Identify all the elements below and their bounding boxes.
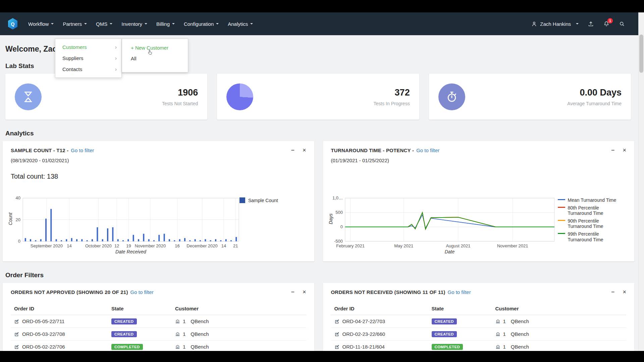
app-logo[interactable]: Q [7, 18, 18, 30]
analytics-heading: Analytics [5, 130, 644, 137]
line-chart-svg: February 2021May 2021August 2021November… [331, 196, 567, 250]
panel-title: ORDERS NOT APPROVED (SHOWING 20 OF 21) [11, 289, 128, 295]
table-row[interactable]: ORD-04-27-22/703 CREATED 1QBench [331, 315, 627, 328]
close-button[interactable]: × [303, 147, 306, 153]
scrollbar-thumb[interactable] [639, 35, 643, 73]
stat-label: Tests In Progress [374, 101, 410, 106]
upload-icon[interactable] [588, 21, 594, 27]
edit-icon[interactable] [14, 344, 19, 349]
chevron-right-icon: › [115, 55, 117, 61]
legend-label: 99th Percentile Turnaround Time [568, 231, 621, 242]
close-button[interactable]: × [303, 289, 306, 295]
pie-chart-icon [226, 83, 253, 110]
notification-badge: 1 [607, 18, 613, 23]
nav-menu-inventory[interactable]: Inventory [121, 21, 147, 27]
notifications-bell-icon[interactable]: 1 [603, 20, 610, 27]
edit-icon[interactable] [14, 331, 19, 337]
edit-icon[interactable] [334, 344, 339, 349]
customer-name[interactable]: QBench [511, 331, 529, 337]
go-to-filter-link[interactable]: Go to filter [71, 147, 94, 153]
svg-text:0: 0 [340, 224, 342, 229]
qbench-logo-icon: Q [7, 18, 18, 30]
order-filter-panels: ORDERS NOT APPROVED (SHOWING 20 OF 21) G… [3, 283, 634, 351]
order-id[interactable]: ORD-05-02-22/706 [22, 344, 65, 350]
customer-name[interactable]: QBench [191, 318, 209, 324]
search-icon[interactable] [619, 21, 625, 27]
table-row[interactable]: ORD-05-03-22/708 CREATED 1QBench [11, 328, 306, 341]
table-row[interactable]: ORD-05-05-22/711 CREATED 1QBench [11, 315, 306, 328]
svg-text:February 2021: February 2021 [336, 243, 365, 248]
order-id[interactable]: ORD-11-18-21/604 [342, 344, 385, 350]
edit-icon[interactable] [334, 319, 339, 324]
orders-not-received-panel: ORDERS NOT RECEIVED (SHOWING 11 OF 11) G… [323, 283, 635, 351]
customer-icon [175, 344, 180, 349]
order-id[interactable]: ORD-05-05-22/711 [22, 318, 64, 324]
panel-title: SAMPLE COUNT - T12 - [11, 147, 68, 153]
order-id[interactable]: ORD-05-03-22/708 [22, 331, 65, 337]
user-name: Zach Hankins [540, 21, 571, 27]
svg-text:August 2021: August 2021 [446, 243, 470, 248]
menu-item-new-customer[interactable]: + New Customer [122, 42, 188, 53]
nav-menu-workflow[interactable]: Workflow [28, 21, 54, 27]
nav-menu-analytics[interactable]: Analytics [228, 21, 253, 27]
legend-label: 90th Percentile Turnaround Time [568, 218, 621, 229]
table-row[interactable]: ORD-02-23-22/660 CREATED 1QBench [331, 328, 627, 341]
chevron-down-icon [216, 23, 219, 24]
legend-label: 80th Percentile Turnaround Time [568, 205, 621, 216]
stat-value: 1906 [162, 87, 198, 98]
menu-item-contacts[interactable]: Contacts› [55, 64, 121, 75]
menu-item-suppliers[interactable]: Suppliers› [55, 53, 121, 64]
turnaround-legend: Mean Turnaround Time80th Percentile Turn… [558, 197, 621, 242]
legend-label: Mean Turnaround Time [568, 197, 616, 203]
customer-name[interactable]: QBench [511, 318, 529, 324]
svg-text:16: 16 [175, 243, 179, 248]
menu-item-customers[interactable]: Customers› [55, 42, 121, 53]
order-id[interactable]: ORD-04-27-22/703 [342, 318, 385, 324]
stopwatch-icon [438, 83, 465, 110]
customer-id: 1 [503, 318, 506, 324]
svg-text:November 2020: November 2020 [135, 243, 166, 248]
status-badge: CREATED [432, 318, 457, 324]
minimize-button[interactable]: − [291, 147, 294, 153]
minimize-button[interactable]: − [611, 147, 615, 153]
nav-menu-qms[interactable]: QMS [96, 21, 112, 27]
go-to-filter-link[interactable]: Go to filter [448, 289, 471, 295]
chevron-down-icon [172, 23, 175, 24]
legend-item: Mean Turnaround Time [558, 197, 621, 203]
column-header: Customer [492, 302, 627, 315]
customer-id: 1 [183, 344, 185, 350]
mouse-cursor [147, 49, 153, 57]
menu-item-all-customers[interactable]: All [122, 53, 188, 64]
nav-menu-billing[interactable]: Billing [156, 21, 175, 27]
table-row[interactable]: ORD-05-02-22/706 COMPLETED 1QBench [11, 341, 306, 351]
lab-stats-cards: 1906 Tests Not Started 372 Tests In Prog… [5, 74, 631, 120]
customer-name[interactable]: QBench [191, 344, 209, 350]
svg-text:0: 0 [18, 239, 20, 244]
customer-icon [495, 331, 500, 337]
stat-value: 372 [374, 87, 410, 98]
svg-text:40: 40 [16, 196, 20, 200]
table-row[interactable]: ORD-11-18-21/604 COMPLETED 1QBench [331, 341, 627, 351]
nav-menu-configuration[interactable]: Configuration [184, 21, 219, 27]
stat-value: 0.00 Days [567, 87, 622, 98]
go-to-filter-link[interactable]: Go to filter [130, 289, 154, 295]
go-to-filter-link[interactable]: Go to filter [416, 147, 439, 153]
edit-icon[interactable] [14, 319, 19, 324]
customer-name[interactable]: QBench [191, 331, 209, 337]
user-menu[interactable]: Zach Hankins [531, 21, 579, 27]
order-id[interactable]: ORD-02-23-22/660 [342, 331, 385, 337]
svg-text:September 2020: September 2020 [31, 243, 63, 248]
nav-menu-label: Partners [63, 21, 82, 27]
nav-menu-partners[interactable]: Partners [63, 21, 87, 27]
close-button[interactable]: × [623, 147, 626, 153]
customer-name[interactable]: QBench [511, 344, 529, 350]
top-navbar: Q Workflow Partners QMS Inventory Billin… [0, 12, 644, 35]
legend-swatch [558, 220, 565, 221]
vertical-scrollbar[interactable] [638, 12, 644, 351]
minimize-button[interactable]: − [291, 289, 294, 295]
edit-icon[interactable] [334, 331, 339, 337]
minimize-button[interactable]: − [611, 289, 615, 295]
sample-count-chart: September 202014October 20201219November… [11, 196, 247, 250]
close-button[interactable]: × [623, 289, 626, 295]
date-range: (01/19/2021 - 01/25/2022) [323, 153, 635, 163]
